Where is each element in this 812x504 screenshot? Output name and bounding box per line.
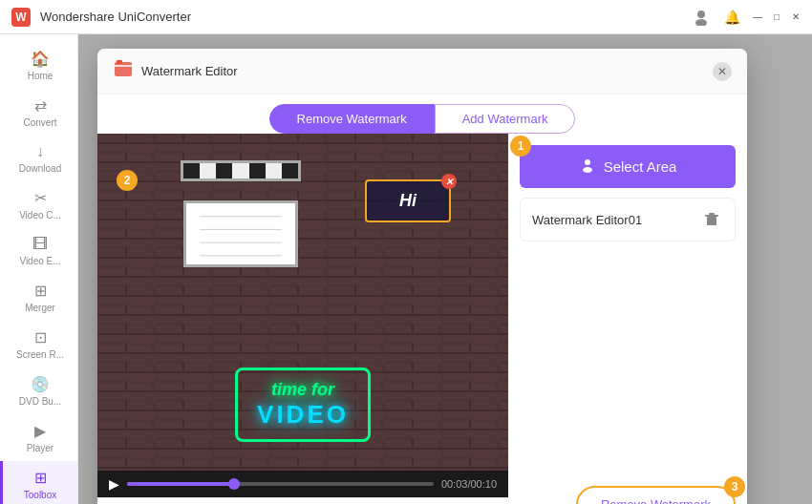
sidebar-item-convert[interactable]: ⇄ Convert: [0, 89, 77, 136]
file-bar: File Location: F:\Wondershare UniConvert…: [97, 497, 508, 504]
sidebar-label-videoe: Video E...: [19, 256, 60, 266]
watermark-selection-box[interactable]: Hi ✕: [365, 179, 451, 222]
sidebar-label-player: Player: [27, 443, 53, 453]
video-controls: ▶ 00:03/00:10: [97, 471, 508, 497]
sidebar-label-download: Download: [19, 163, 61, 174]
modal-tab-bar: Remove Watermark Add Watermark: [97, 94, 747, 134]
sidebar-item-video-compress[interactable]: ✂ Video C...: [0, 181, 77, 228]
neon-box: time for VIDEO: [235, 368, 371, 442]
sidebar-label-convert: Convert: [23, 117, 56, 128]
sidebar-label-screen: Screen R...: [16, 349, 64, 360]
remove-watermark-button[interactable]: Remove Watermark: [576, 486, 736, 504]
download-icon: ↓: [36, 143, 44, 160]
tab-remove-watermark[interactable]: Remove Watermark: [269, 104, 435, 134]
select-area-container: 1 Select Area: [520, 145, 736, 188]
app-logo: W: [10, 6, 32, 29]
sidebar: 🏠 Home ⇄ Convert ↓ Download ✂ Video C...…: [0, 34, 78, 504]
titlebar: W Wondershare UniConverter 🔔 — □ ✕: [0, 0, 812, 34]
sidebar-label-merger: Merger: [25, 303, 55, 313]
home-icon: 🏠: [31, 50, 50, 68]
watermark-text: Hi: [399, 191, 417, 211]
neon-sign: time for VIDEO: [235, 368, 371, 442]
neon-text-line2: VIDEO: [257, 400, 349, 430]
sidebar-item-screen-record[interactable]: ⊡ Screen R...: [0, 321, 77, 368]
svg-rect-5: [117, 60, 122, 64]
app-title: Wondershare UniConverter: [40, 10, 688, 24]
sidebar-item-video-edit[interactable]: 🎞 Video E...: [0, 228, 77, 274]
screen-record-icon: ⊡: [34, 328, 47, 346]
video-background: time for VIDEO Hi ✕ 2: [97, 134, 508, 471]
remove-wm-wrapper: 3 Remove Watermark: [576, 486, 736, 504]
tab-add-watermark[interactable]: Add Watermark: [435, 104, 576, 134]
toolbox-icon: ⊞: [34, 469, 47, 487]
svg-rect-19: [707, 217, 716, 225]
sidebar-label-home: Home: [28, 71, 53, 81]
select-area-label: Select Area: [604, 158, 677, 175]
user-icon[interactable]: [688, 4, 715, 31]
sidebar-item-download[interactable]: ↓ Download: [0, 136, 77, 181]
minimize-button[interactable]: —: [751, 10, 764, 24]
film-icon: 🎞: [32, 236, 48, 253]
delete-watermark-button[interactable]: [700, 208, 723, 231]
maximize-button[interactable]: □: [770, 10, 783, 24]
watermark-item-label: Watermark Editor01: [532, 213, 700, 227]
close-window-button[interactable]: ✕: [789, 10, 802, 24]
dvd-icon: 💿: [31, 375, 50, 393]
play-button[interactable]: ▶: [109, 476, 119, 492]
svg-point-18: [583, 167, 592, 173]
sidebar-item-home[interactable]: 🏠 Home: [0, 42, 77, 89]
player-icon: ▶: [34, 422, 46, 440]
modal-close-button[interactable]: ✕: [713, 62, 732, 81]
sidebar-label-dvd: DVD Bu...: [19, 396, 61, 407]
clapper-stripes: [181, 160, 301, 181]
svg-rect-21: [709, 213, 715, 215]
svg-point-17: [585, 159, 590, 165]
window-controls: 🔔 — □ ✕: [688, 4, 802, 31]
select-area-icon: [579, 157, 596, 177]
sidebar-item-merger[interactable]: ⊞ Merger: [0, 274, 77, 321]
watermark-remove-close[interactable]: ✕: [441, 174, 457, 189]
watermark-editor-modal: Watermark Editor ✕ Remove Watermark Add …: [97, 49, 747, 504]
time-current: 00:03: [441, 478, 468, 490]
sidebar-label-videoc: Video C...: [19, 210, 61, 220]
sidebar-item-toolbox[interactable]: ⊞ Toolbox: [0, 461, 77, 504]
modal-header: Watermark Editor ✕: [97, 49, 747, 94]
select-area-button[interactable]: Select Area: [520, 145, 736, 188]
convert-icon: ⇄: [34, 96, 47, 115]
bell-icon[interactable]: 🔔: [718, 4, 745, 31]
merger-icon: ⊞: [34, 282, 47, 300]
svg-point-3: [695, 19, 707, 26]
video-area: time for VIDEO Hi ✕ 2: [97, 134, 508, 471]
progress-bar[interactable]: [127, 482, 434, 486]
time-display: 00:03/00:10: [441, 478, 497, 490]
modal-logo-icon: [113, 58, 134, 84]
step-badge-2: 2: [117, 170, 138, 191]
time-total: 00:10: [470, 478, 497, 490]
modal-title: Watermark Editor: [141, 64, 713, 78]
watermark-list-item: Watermark Editor01: [520, 198, 736, 242]
main-layout: 🏠 Home ⇄ Convert ↓ Download ✂ Video C...…: [0, 34, 812, 504]
step-badge-1: 1: [510, 136, 531, 157]
svg-rect-4: [115, 62, 132, 76]
remove-watermark-container: 3 Remove Watermark: [576, 486, 736, 504]
neon-text-line1: time for: [257, 380, 349, 400]
modal-body: time for VIDEO Hi ✕ 2: [97, 134, 747, 504]
scissor-icon: ✂: [34, 189, 47, 207]
sidebar-item-player[interactable]: ▶ Player: [0, 414, 77, 461]
svg-text:W: W: [15, 10, 27, 24]
video-panel: time for VIDEO Hi ✕ 2: [97, 134, 508, 504]
clapper-body: [183, 200, 298, 267]
right-panel: 1 Select Area: [508, 134, 747, 504]
step-badge-3: 3: [724, 476, 745, 497]
progress-thumb: [228, 478, 240, 490]
modal-overlay: Watermark Editor ✕ Remove Watermark Add …: [78, 34, 812, 504]
svg-point-2: [697, 10, 705, 18]
sidebar-label-toolbox: Toolbox: [24, 490, 56, 500]
svg-rect-20: [705, 215, 718, 217]
progress-fill: [127, 482, 234, 486]
clapperboard: [183, 181, 298, 267]
sidebar-item-dvd[interactable]: 💿 DVD Bu...: [0, 368, 77, 414]
content-area: Watermark Editor ✕ Remove Watermark Add …: [78, 34, 812, 504]
